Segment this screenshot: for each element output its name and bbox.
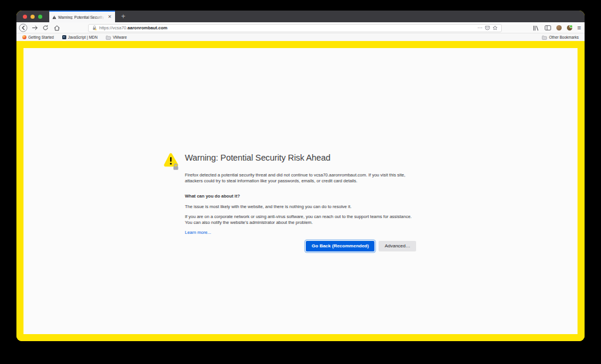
- bookmark-label: JavaScript | MDN: [68, 35, 97, 39]
- firefox-icon: [22, 35, 26, 39]
- corporate-network-advice: If you are on a corporate network or usi…: [185, 214, 416, 225]
- folder-icon: [542, 35, 547, 40]
- pocket-icon[interactable]: [485, 25, 490, 30]
- close-window-button[interactable]: [23, 15, 27, 19]
- issue-explanation: The issue is most likely with the websit…: [185, 204, 416, 210]
- zoom-window-button[interactable]: [38, 15, 42, 19]
- browser-viewport: Warning: Potential Security Risk Ahead F…: [16, 41, 585, 341]
- tab-active[interactable]: Warning: Potential Security Ris ✕: [49, 11, 115, 22]
- other-bookmarks-button[interactable]: Other Bookmarks: [542, 35, 579, 40]
- threat-description: Firefox detected a potential security th…: [185, 172, 416, 183]
- mdn-icon: [62, 35, 66, 39]
- window-controls: [23, 15, 42, 19]
- url-scheme-host: https://vcsa70.: [99, 25, 127, 30]
- sidebar-toggle-icon[interactable]: [545, 25, 551, 30]
- what-can-you-do-heading: What can you do about it?: [185, 193, 416, 199]
- browser-window: Warning: Potential Security Ris ✕ + http…: [16, 11, 585, 341]
- forward-button[interactable]: [30, 23, 39, 33]
- security-warning-page: Warning: Potential Security Risk Ahead F…: [23, 48, 578, 334]
- bookmark-star-icon[interactable]: [492, 25, 498, 30]
- folder-icon: [106, 35, 111, 40]
- site-security-warning-lock-icon[interactable]: [92, 25, 97, 30]
- url-text: https://vcsa70.aaronrombaut.com: [99, 25, 167, 30]
- bookmark-folder-vmware[interactable]: VMware: [106, 35, 127, 40]
- address-bar[interactable]: https://vcsa70.aaronrombaut.com ⋯: [88, 24, 502, 32]
- tab-bar: Warning: Potential Security Ris ✕ +: [16, 11, 585, 22]
- bookmark-label: Getting Started: [28, 35, 54, 39]
- library-icon[interactable]: [533, 25, 539, 31]
- bookmark-getting-started[interactable]: Getting Started: [22, 35, 54, 39]
- back-button[interactable]: [18, 23, 28, 33]
- url-domain: aaronrombaut.com: [127, 25, 167, 30]
- hamburger-menu-icon[interactable]: ≡: [578, 25, 581, 31]
- profile-avatar-icon[interactable]: [556, 25, 562, 30]
- error-content: Warning: Potential Security Risk Ahead F…: [185, 152, 416, 251]
- security-warning-icon: [161, 152, 180, 170]
- page-title: Warning: Potential Security Risk Ahead: [185, 152, 416, 163]
- new-tab-button[interactable]: +: [117, 11, 129, 22]
- home-button[interactable]: [52, 23, 62, 33]
- bookmark-label: VMware: [113, 35, 127, 39]
- tab-title: Warning: Potential Security Ris: [58, 15, 106, 19]
- page-actions-icon[interactable]: ⋯: [478, 26, 483, 30]
- navigation-toolbar: https://vcsa70.aaronrombaut.com ⋯ ≡: [16, 22, 585, 33]
- button-row: Go Back (Recommended) Advanced…: [185, 241, 416, 251]
- account-avatar-icon[interactable]: [567, 25, 572, 30]
- desktop: { "browser": { "tab": { "title": "Warnin…: [0, 0, 601, 364]
- bookmarks-bar: Getting Started JavaScript | MDN VMware …: [16, 33, 585, 41]
- toolbar-right-icons: ≡: [533, 22, 581, 33]
- advanced-button[interactable]: Advanced…: [379, 241, 416, 251]
- go-back-button[interactable]: Go Back (Recommended): [306, 241, 374, 251]
- tab-close-icon[interactable]: ✕: [107, 14, 112, 20]
- other-bookmarks-label: Other Bookmarks: [549, 35, 579, 39]
- learn-more-link[interactable]: Learn more...: [185, 230, 416, 236]
- bookmark-javascript-mdn[interactable]: JavaScript | MDN: [62, 35, 97, 39]
- reload-button[interactable]: [40, 23, 50, 33]
- minimize-window-button[interactable]: [31, 15, 35, 19]
- tab-warning-icon: [52, 15, 56, 19]
